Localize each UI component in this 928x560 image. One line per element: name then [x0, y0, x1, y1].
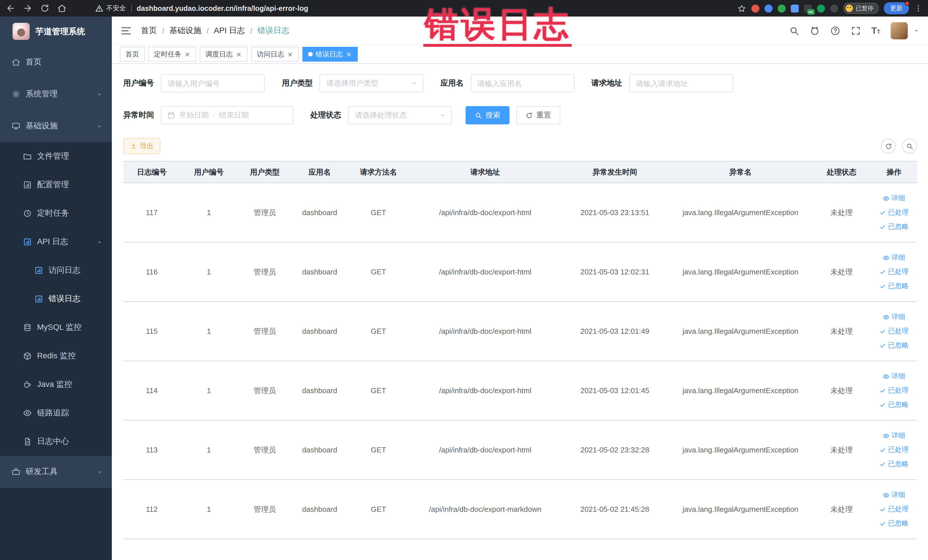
request-url-input[interactable]	[629, 74, 733, 92]
tab-schedule-log[interactable]: 调度日志	[200, 47, 247, 62]
sidebar-item-trace[interactable]: 链路追踪	[0, 399, 112, 427]
sidebar-item-java-monitor[interactable]: Java 监控	[0, 370, 112, 399]
check-icon	[879, 520, 886, 527]
mark-processed-link[interactable]: 已处理	[875, 502, 913, 516]
extension-on-badge: on	[807, 9, 815, 15]
check-icon	[879, 209, 886, 216]
process-status-select[interactable]: 请选择处理状态	[348, 106, 452, 124]
sidebar-item-mysql-monitor[interactable]: MySQL 监控	[0, 313, 112, 342]
breadcrumb-item[interactable]: 首页	[141, 25, 157, 36]
extension-icon-2[interactable]	[764, 4, 772, 12]
user-id-input[interactable]	[161, 74, 265, 92]
browser-update-button[interactable]: 更新	[884, 2, 909, 14]
close-icon[interactable]	[287, 51, 293, 57]
forward-icon[interactable]	[23, 3, 32, 13]
date-range-picker[interactable]: 开始日期 - 结束日期	[161, 106, 293, 124]
sidebar-item-log-center[interactable]: 日志中心	[0, 427, 112, 456]
omnibox-divider	[131, 5, 131, 12]
breadcrumb-item[interactable]: 基础设施	[169, 25, 201, 36]
extension-icon-3[interactable]	[777, 4, 785, 12]
font-size-icon[interactable]	[871, 26, 881, 35]
search-button[interactable]: 搜索	[466, 106, 510, 124]
tab-access-log[interactable]: 访问日志	[251, 47, 299, 62]
mark-ignored-link[interactable]: 已忽略	[875, 516, 913, 531]
tab-scheduled-jobs[interactable]: 定时任务	[148, 47, 196, 62]
detail-link[interactable]: 详细	[875, 429, 913, 443]
sidebar-item-infra[interactable]: 基础设施	[0, 110, 112, 142]
sidebar-item-file-manage[interactable]: 文件管理	[0, 142, 112, 171]
sidebar-item-redis-monitor[interactable]: Redis 监控	[0, 342, 112, 370]
extension-icon-5[interactable]: on	[804, 4, 812, 12]
user-type-select[interactable]: 请选择用户类型	[319, 74, 423, 92]
sidebar-item-home[interactable]: 首页	[0, 46, 112, 78]
fullscreen-icon[interactable]	[851, 25, 861, 36]
detail-link[interactable]: 详细	[875, 310, 913, 324]
extension-icon-1[interactable]	[751, 4, 759, 12]
mark-processed-link[interactable]: 已处理	[875, 383, 913, 398]
sidebar-item-error-log[interactable]: 错误日志	[0, 285, 112, 313]
address-bar[interactable]: 不安全 dashboard.yudao.iocoder.cn/infra/log…	[95, 4, 308, 12]
mark-ignored-link[interactable]: 已忽略	[875, 338, 913, 352]
cell-time: 2021-05-02 23:32:28	[560, 420, 669, 479]
breadcrumb-item[interactable]: API 日志	[214, 25, 245, 36]
avatar-caret-down-icon[interactable]	[913, 27, 919, 34]
reset-button[interactable]: 重置	[516, 106, 560, 124]
logo[interactable]: 芋道管理系统	[0, 17, 112, 46]
sidebar-item-api-log[interactable]: API 日志	[0, 227, 112, 256]
paused-extension-badge[interactable]: 已暂停	[843, 3, 879, 14]
mark-ignored-link[interactable]: 已忽略	[875, 457, 913, 471]
sidebar-item-config-manage[interactable]: 配置管理	[0, 171, 112, 199]
mark-ignored-link[interactable]: 已忽略	[875, 279, 913, 293]
refresh-table-button[interactable]	[881, 139, 896, 154]
sidebar-item-dev-tools[interactable]: 研发工具	[0, 456, 112, 488]
extension-icon-4[interactable]	[791, 4, 798, 12]
mark-processed-link[interactable]: 已处理	[875, 324, 913, 338]
eye-icon	[883, 314, 890, 320]
mark-processed-link[interactable]: 已处理	[875, 265, 913, 279]
cell-method: GET	[347, 479, 410, 539]
bookmark-star-icon[interactable]	[737, 4, 746, 13]
cell-app: dashboard	[292, 183, 347, 242]
mark-ignored-link[interactable]: 已忽略	[875, 398, 913, 412]
security-indicator[interactable]: 不安全	[95, 4, 126, 12]
close-icon[interactable]	[346, 51, 352, 57]
back-icon[interactable]	[6, 3, 15, 13]
hamburger-icon[interactable]	[121, 25, 132, 36]
extension-icon-7[interactable]	[830, 4, 838, 12]
browser-menu-icon[interactable]	[914, 4, 923, 12]
github-icon[interactable]	[810, 25, 820, 36]
search-icon[interactable]	[789, 25, 799, 36]
detail-link[interactable]: 详细	[875, 369, 913, 383]
reload-icon[interactable]	[40, 3, 50, 13]
app-name-input[interactable]	[470, 74, 574, 92]
toggle-search-button[interactable]	[902, 139, 917, 154]
sidebar-item-label: 系统管理	[26, 89, 58, 99]
detail-link[interactable]: 详细	[875, 191, 913, 205]
chevron-down-icon	[411, 80, 418, 87]
tab-error-log[interactable]: 错误日志	[302, 47, 358, 62]
help-icon[interactable]	[830, 25, 840, 36]
browser-home-icon[interactable]	[57, 3, 67, 13]
mark-processed-link[interactable]: 已处理	[875, 443, 913, 457]
close-icon[interactable]	[236, 51, 242, 57]
cell-user-type: 管理员	[237, 479, 292, 539]
url-text[interactable]: dashboard.yudao.iocoder.cn/infra/log/api…	[137, 4, 308, 12]
mark-ignored-link[interactable]: 已忽略	[875, 220, 913, 234]
action-label: 已忽略	[888, 457, 908, 471]
sidebar-item-system[interactable]: 系统管理	[0, 78, 112, 110]
cell-app: dashboard	[292, 420, 347, 479]
action-label: 已忽略	[888, 338, 908, 352]
tab-home[interactable]: 首页	[120, 47, 145, 62]
extension-icon-6[interactable]	[817, 4, 825, 12]
toolbox-icon	[11, 467, 21, 476]
detail-link[interactable]: 详细	[875, 488, 913, 502]
cell-actions: 详细 已处理 已忽略	[871, 242, 917, 302]
sidebar-item-access-log[interactable]: 访问日志	[0, 256, 112, 285]
export-button[interactable]: 导出	[123, 138, 160, 154]
mark-processed-link[interactable]: 已处理	[875, 205, 913, 220]
search-button-label: 搜索	[485, 110, 501, 121]
user-avatar[interactable]	[891, 22, 908, 39]
sidebar-item-scheduled-jobs[interactable]: 定时任务	[0, 199, 112, 227]
close-icon[interactable]	[184, 51, 191, 57]
detail-link[interactable]: 详细	[875, 250, 913, 265]
